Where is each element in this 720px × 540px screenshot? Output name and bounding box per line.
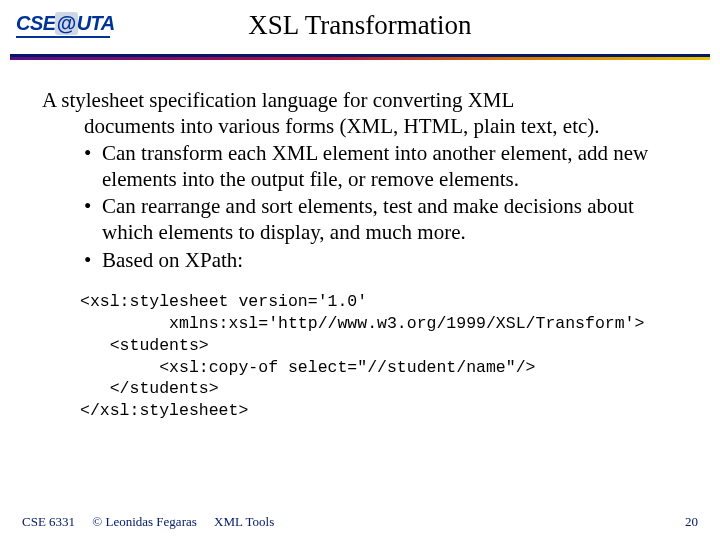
bullet-list: Can transform each XML element into anot… [84, 141, 678, 273]
bullet-item: Based on XPath: [84, 248, 678, 274]
slide-header: CSE@UTA XSL Transformation [0, 0, 720, 64]
logo-cse: CSE [16, 12, 56, 34]
footer-topic: XML Tools [214, 514, 274, 529]
bullet-item: Can rearrange and sort elements, test an… [84, 194, 678, 245]
bullet-item: Can transform each XML element into anot… [84, 141, 678, 192]
intro-line-2: documents into various forms (XML, HTML,… [84, 114, 678, 140]
footer-page: 20 [685, 514, 698, 530]
footer-left: CSE 6331 © Leonidas Fegaras XML Tools [22, 514, 288, 530]
logo: CSE@UTA [16, 12, 112, 38]
slide-body: A stylesheet specification language for … [0, 64, 720, 422]
logo-text: CSE@UTA [16, 12, 112, 35]
footer-course: CSE 6331 [22, 514, 75, 529]
footer-copyright: © Leonidas Fegaras [92, 514, 196, 529]
logo-underline [16, 36, 110, 38]
code-block: <xsl:stylesheet version='1.0' xmlns:xsl=… [80, 291, 678, 422]
at-icon: @ [55, 12, 78, 35]
header-rule [10, 54, 710, 60]
logo-uta: UTA [77, 12, 115, 34]
slide-footer: CSE 6331 © Leonidas Fegaras XML Tools 20 [0, 508, 720, 530]
intro-line-1: A stylesheet specification language for … [42, 88, 678, 114]
